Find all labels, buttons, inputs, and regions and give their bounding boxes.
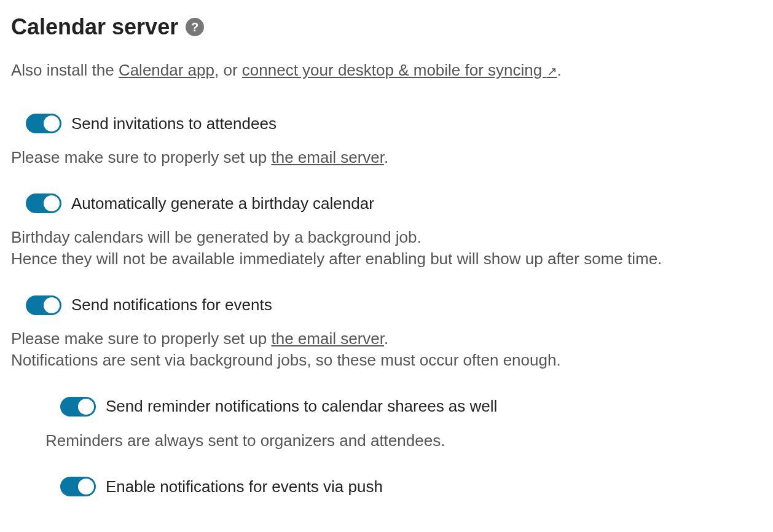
birthday-desc-line2: Hence they will not be available immedia… <box>11 248 762 270</box>
section-title-text: Calendar server <box>11 12 178 42</box>
help-icon[interactable]: ? <box>186 18 204 36</box>
toggle-sharee-reminders-label: Send reminder notifications to calendar … <box>106 396 497 417</box>
intro-mid: , or <box>214 61 242 79</box>
email-server-link-1[interactable]: the email server <box>271 148 384 166</box>
toggle-push-notifications-row: Enable notifications for events via push <box>60 476 762 498</box>
notifications-desc-prefix: Please make sure to properly set up <box>11 329 271 348</box>
toggle-send-invitations-label: Send invitations to attendees <box>71 113 277 135</box>
sync-clients-link[interactable]: connect your desktop & mobile for syncin… <box>242 61 557 79</box>
notifications-desc-line2: Notifications are sent via background jo… <box>11 350 762 371</box>
notifications-desc-line1: Please make sure to properly set up the … <box>11 328 762 350</box>
toggle-push-notifications[interactable] <box>60 477 96 496</box>
settings-list: Send invitations to attendees Please mak… <box>11 113 762 498</box>
toggle-knob <box>78 479 94 495</box>
toggle-event-notifications-label: Send notifications for events <box>71 294 272 316</box>
toggle-sharee-reminders-row: Send reminder notifications to calendar … <box>60 396 762 417</box>
toggle-knob <box>44 297 60 313</box>
email-server-link-2[interactable]: the email server <box>271 329 384 348</box>
notifications-desc-suffix: . <box>384 329 388 348</box>
toggle-send-invitations-row: Send invitations to attendees <box>26 113 762 135</box>
toggle-push-notifications-label: Enable notifications for events via push <box>106 476 383 498</box>
toggle-sharee-reminders[interactable] <box>60 397 96 417</box>
toggle-event-notifications[interactable] <box>26 295 61 315</box>
intro-text: Also install the Calendar app, or connec… <box>11 60 762 81</box>
notifications-description: Please make sure to properly set up the … <box>11 328 762 371</box>
sync-clients-link-text: connect your desktop & mobile for syncin… <box>242 61 547 79</box>
toggle-send-invitations[interactable] <box>26 114 61 133</box>
toggle-knob <box>44 195 60 211</box>
toggle-birthday-calendar[interactable] <box>26 194 61 213</box>
toggle-event-notifications-row: Send notifications for events <box>26 294 762 316</box>
section-title: Calendar server ? <box>11 12 762 42</box>
birthday-description: Birthday calendars will be generated by … <box>11 227 762 270</box>
intro-prefix: Also install the <box>11 61 119 79</box>
toggle-birthday-calendar-row: Automatically generate a birthday calend… <box>26 193 762 214</box>
invitations-desc-prefix: Please make sure to properly set up <box>11 148 271 166</box>
invitations-description: Please make sure to properly set up the … <box>11 147 762 168</box>
toggle-knob <box>78 399 94 415</box>
intro-suffix: . <box>557 61 562 79</box>
toggle-knob <box>44 115 60 131</box>
birthday-desc-line1: Birthday calendars will be generated by … <box>11 227 762 248</box>
toggle-birthday-calendar-label: Automatically generate a birthday calend… <box>71 193 374 214</box>
external-link-icon: ↗ <box>547 65 557 78</box>
sharees-description: Reminders are always sent to organizers … <box>45 430 762 452</box>
invitations-desc-suffix: . <box>384 148 388 166</box>
calendar-app-link[interactable]: Calendar app <box>119 61 214 79</box>
